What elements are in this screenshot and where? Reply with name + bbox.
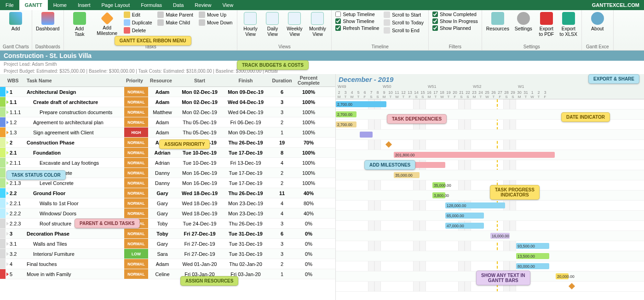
refresh-timeline-check[interactable]: Refresh Timeline xyxy=(334,25,380,31)
brand-label: GANTTEXCEL.COM xyxy=(592,2,644,8)
col-priority[interactable]: Priority xyxy=(124,78,148,83)
gantt-bar[interactable]: 3,800.00 xyxy=(432,192,445,198)
tab-gantt[interactable]: GANTT xyxy=(19,0,48,10)
milestone-icon[interactable] xyxy=(569,283,575,289)
gantt-bar[interactable]: 20,000.00 xyxy=(556,273,569,279)
tab-data[interactable]: Data xyxy=(167,0,189,10)
milestone-icon[interactable] xyxy=(385,141,392,148)
gantt-row[interactable]: 2,700.00 xyxy=(336,99,644,110)
show-completed-check[interactable]: Show Completed xyxy=(431,11,479,17)
tab-file[interactable]: File xyxy=(0,0,19,10)
project-title: Construction - St. Louis Villa xyxy=(0,51,644,61)
weekly-view-button[interactable]: Weekly View xyxy=(284,11,305,37)
callout-date-indicator: DATE INDICATOR xyxy=(561,112,610,122)
col-start[interactable]: Start xyxy=(177,78,223,83)
gantt-row[interactable]: 35,000.00 xyxy=(336,170,644,180)
tab-pagelayout[interactable]: Page Layout xyxy=(96,0,135,10)
gantt-bar[interactable]: 35,000.00 xyxy=(394,172,420,178)
make-parent-button[interactable]: Make Parent xyxy=(155,11,195,18)
add-milestone-button[interactable]: Add Milestone xyxy=(94,11,120,36)
table-row[interactable]: 3.1Walls and TilesNORMALGaryFri 27-Dec-1… xyxy=(0,239,335,249)
table-row[interactable]: 1Architectural DesignNORMALAdamMon 02-De… xyxy=(0,87,335,97)
gantt-row[interactable]: 128,000.00 xyxy=(336,201,644,211)
settings-button[interactable]: Settings xyxy=(512,11,535,31)
gantt-bar[interactable]: 93,500.00 xyxy=(516,243,549,249)
edit-button[interactable]: Edit xyxy=(122,11,154,18)
table-row[interactable]: 2.1FoundationNORMALAdrianTue 10-Dec-19Tu… xyxy=(0,148,335,158)
gantt-row[interactable] xyxy=(336,130,644,140)
table-row[interactable]: 2.2Ground FloorNORMALGaryWed 18-Dec-19Th… xyxy=(0,188,335,198)
setup-timeline-check[interactable]: Setup Timeline xyxy=(334,11,380,17)
resources-button[interactable]: Resources xyxy=(485,11,511,31)
show-timeline-check[interactable]: Show Timeline xyxy=(334,18,380,24)
table-row[interactable]: 1.2Agreement to architectural planNORMAL… xyxy=(0,117,335,127)
gantt-bar[interactable]: 2,700.00 xyxy=(336,111,356,117)
table-row[interactable]: 3.2Interiors/ FurnitureLOWSaraFri 27-Dec… xyxy=(0,249,335,259)
export-xlsx-button[interactable]: Export to XLSX xyxy=(558,11,579,37)
gantt-row[interactable]: 13,500.00 xyxy=(336,251,644,261)
gantt-row[interactable]: 93,500.00 xyxy=(336,241,644,251)
gantt-bar[interactable]: 65,000.00 xyxy=(445,213,484,219)
callout-assign-priority: ASSIGN PRIORITY xyxy=(159,139,210,149)
gantt-bar[interactable]: 80,000.00 xyxy=(516,263,549,269)
gantt-bar[interactable]: 35,000.00 xyxy=(432,182,445,188)
col-finish[interactable]: Finish xyxy=(223,78,269,83)
daily-view-button[interactable]: Daily View xyxy=(262,11,282,37)
export-pdf-button[interactable]: Export to PDF xyxy=(536,11,557,37)
table-row[interactable]: 3Decoration PhaseNORMALTobyFri 27-Dec-19… xyxy=(0,229,335,239)
table-row[interactable]: 5Move in with FamilyNORMALCelineFri 03-J… xyxy=(0,269,335,279)
group-gantt-exce: Gantt Exce xyxy=(585,44,610,50)
make-child-button[interactable]: Make Child xyxy=(155,19,195,26)
table-row[interactable]: 2.2.1Walls to 1st FloorNORMALGaryWed 18-… xyxy=(0,198,335,208)
tab-formulas[interactable]: Formulas xyxy=(135,0,167,10)
move-up-button[interactable]: Move Up xyxy=(197,11,234,18)
about-button[interactable]: About xyxy=(585,11,610,31)
show-progress-check[interactable]: Show In Progress xyxy=(431,18,479,24)
gantt-row[interactable]: 47,000.00 xyxy=(336,221,644,231)
show-planned-check[interactable]: Show Planned xyxy=(431,25,479,31)
tab-home[interactable]: Home xyxy=(48,0,72,10)
tab-review[interactable]: Review xyxy=(189,0,217,10)
table-row[interactable]: 2.2.2Windows/ DoorsNORMALGaryWed 18-Dec-… xyxy=(0,208,335,219)
gantt-row[interactable]: 80,000.00 xyxy=(336,261,644,271)
gantt-bar[interactable] xyxy=(360,132,373,138)
monthly-view-button[interactable]: Monthly View xyxy=(306,11,328,37)
scroll-start-button[interactable]: Scroll to Start xyxy=(382,11,426,18)
move-down-button[interactable]: Move Down xyxy=(197,19,234,26)
dashboard-button[interactable]: Dashboard xyxy=(35,11,61,31)
table-row[interactable]: 1.1.1Prepare construction documentsNORMA… xyxy=(0,107,335,117)
table-row[interactable]: 1.1Create draft of architectureNORMALAda… xyxy=(0,97,335,107)
tab-insert[interactable]: Insert xyxy=(72,0,96,10)
project-lead: Project Lead: Adam Smith xyxy=(0,61,644,68)
gantt-row[interactable]: 65,000.00 xyxy=(336,211,644,221)
table-row[interactable]: 2.1.1Excavate and Lay footingsNORMALAdri… xyxy=(0,158,335,168)
scroll-today-button[interactable]: Scroll to Today xyxy=(382,19,426,26)
gantt-bar[interactable]: 16,000.00 xyxy=(490,233,510,239)
add-task-button[interactable]: Add Task xyxy=(67,11,92,37)
delete-button[interactable]: Delete xyxy=(122,27,154,34)
table-row[interactable]: 1.3Sign agreement with ClientHIGHAdamThu… xyxy=(0,127,335,138)
gantt-bar[interactable]: 13,500.00 xyxy=(516,253,549,259)
gantt-row[interactable]: 201,800.00 xyxy=(336,150,644,160)
gantt-row[interactable] xyxy=(336,140,644,150)
gantt-bar[interactable]: 2,700.00 xyxy=(336,121,356,127)
table-row[interactable]: 4Final touchesNORMALAdamWed 01-Jan-20Thu… xyxy=(0,259,335,269)
gantt-row[interactable]: 16,000.00 xyxy=(336,231,644,241)
col-duration[interactable]: Duration xyxy=(269,78,295,83)
col-wbs[interactable]: WBS xyxy=(6,78,25,83)
duplicate-button[interactable]: Duplicate xyxy=(122,19,154,26)
gantt-bar[interactable]: 201,800.00 xyxy=(394,152,555,158)
add-chart-button[interactable]: Add xyxy=(3,11,29,31)
tab-view[interactable]: View xyxy=(217,0,239,10)
gantt-bar[interactable]: 47,000.00 xyxy=(445,223,484,229)
gantt-bar[interactable]: 128,000.00 xyxy=(445,202,505,208)
gantt-bar[interactable]: 2,700.00 xyxy=(336,101,386,107)
hourly-view-button[interactable]: Hourly View xyxy=(240,11,260,37)
callout-show-text: SHOW ANY TEXT IN GANTT BARS xyxy=(476,271,530,285)
col-percent[interactable]: Percent Complete xyxy=(295,75,322,86)
col-resource[interactable]: Resource xyxy=(148,78,177,83)
task-table: WBS Task Name Priority Resource Start Fi… xyxy=(0,74,336,300)
scroll-end-button[interactable]: Scroll to End xyxy=(382,27,426,34)
col-name[interactable]: Task Name xyxy=(25,78,124,83)
table-row[interactable]: 2.2.3Roof structureNORMALTobyTue 24-Dec-… xyxy=(0,219,335,229)
